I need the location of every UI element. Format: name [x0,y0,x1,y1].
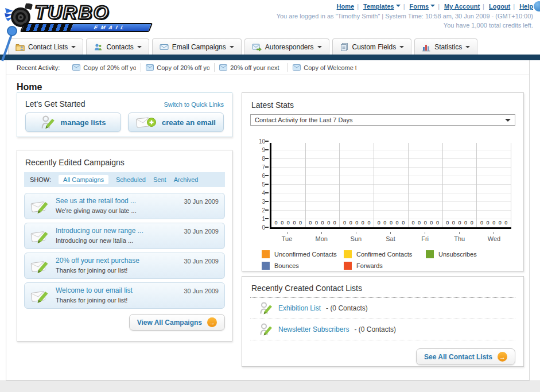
campaign-title-link[interactable]: 20% off your next purchase [56,256,139,266]
nav-logout-link[interactable]: Logout [489,3,510,10]
chart-y-tick [265,192,269,193]
legend-swatch [344,250,352,258]
chart-y-tick-label: 10 [254,138,265,145]
campaign-title-link[interactable]: Welcome to our email list [56,286,133,296]
chart-y-tick [265,209,269,211]
contact-list-link[interactable]: Exhibition List [278,304,321,312]
tab-label: Custom Fields [352,43,397,51]
chart-y-tick [265,175,269,176]
chevron-down-icon [396,5,401,9]
chart-y-tick-label: 7 [254,164,265,170]
contact-list-item[interactable]: Newsletter Subscribers - (0 Contacts) [250,319,515,340]
contact-list-item[interactable]: Exhibition List - (0 Contacts) [250,298,515,319]
campaign-subtitle: Thanks for joining our list! [56,296,133,305]
chart-x-label: Sat [373,232,407,242]
nav-home-link[interactable]: Home [337,3,355,10]
envelope-icon [293,64,301,71]
envelope-icon [72,64,80,71]
legend-swatch [426,250,434,258]
create-email-button[interactable]: create an email [128,112,224,132]
recent-activity-item[interactable]: Copy of Welcome to [288,63,361,72]
nav-my-account-link[interactable]: My Account [444,3,480,10]
chart-y-tick-label: 0 [254,224,265,231]
campaign-row[interactable]: Introducing our new range ...Introducing… [24,223,225,249]
campaign-date: 30 Jun 2009 [184,255,219,265]
filter-sent[interactable]: Sent [153,176,166,183]
campaign-row[interactable]: 20% off your next purchaseThanks for joi… [24,253,225,279]
contact-lists-panel: Recently Created Contact Lists Exhibitio… [242,276,524,367]
legend-label: Unconfirmed Contacts [274,251,337,258]
arrow-right-icon: → [498,352,507,362]
tab-label: Contacts [106,43,133,51]
campaign-row[interactable]: See us at the retail food ...We're givin… [24,193,225,219]
campaign-title-link[interactable]: See us at the retail food ... [56,196,137,206]
chart-y-tick [265,227,269,228]
person-pencil-icon [259,322,273,337]
see-all-contact-lists-button[interactable]: See All Contact Lists → [416,348,515,365]
view-all-campaigns-button[interactable]: View All Campaigns → [129,314,225,331]
tab-label: Autoresponders [265,43,314,51]
chart-y-tick-label: 1 [254,216,265,222]
chart-y-tick [265,201,269,202]
contact-activity-chart: 012345678910 000000000000000000000000000… [270,143,511,242]
legend-item: Bounces [262,262,344,270]
legend-item: Forwards [344,262,426,270]
contacts-icon [94,42,103,52]
legend-swatch [262,250,270,258]
tab-custom-fields[interactable]: Custom Fields [332,38,412,55]
legend-label: Confirmed Contacts [356,251,412,258]
recent-activity-bar: Recent Activity: Copy of 20% off yo Copy… [6,60,529,75]
top-nav: Home| Templates| Forms| My Account| Logo… [337,3,533,10]
tab-statistics[interactable]: Statistics [414,38,477,55]
help-bubble-icon[interactable] [534,1,540,11]
chart-y-tick-label: 4 [254,190,265,196]
chevron-down-icon [71,46,76,51]
envelope-icon [146,64,154,71]
chevron-down-icon [465,46,470,51]
arrow-right-icon: → [207,317,217,327]
stats-report-dropdown[interactable]: Contact Activity for the Last 7 Days [250,114,515,126]
contact-list-count: - (0 Contacts) [326,304,368,312]
chart-y-tick-label: 9 [254,147,265,153]
chart-y-tick [265,158,269,159]
switch-quick-links[interactable]: Switch to Quick Links [164,101,224,108]
chart-y-tick-label: 8 [254,156,265,162]
manage-lists-button[interactable]: manage lists [25,112,121,132]
filter-scheduled[interactable]: Scheduled [116,176,146,183]
tab-autoresponders[interactable]: Autoresponders [244,38,329,55]
filter-archived[interactable]: Archived [174,176,199,183]
nav-templates-link[interactable]: Templates [363,3,394,10]
credits-status: You have 1,000 total credits left. [277,21,533,30]
tab-contacts[interactable]: Contacts [86,38,149,55]
envelope-pencil-icon [30,258,51,274]
chart-y-tick [265,218,269,219]
tab-email-campaigns[interactable]: Email Campaigns [152,38,242,55]
campaign-row[interactable]: Welcome to our email listThanks for join… [24,282,225,309]
get-started-panel: Let's Get Started Switch to Quick Links … [17,92,232,137]
person-pencil-icon [259,301,273,316]
nav-forms-link[interactable]: Forms [410,3,429,10]
campaign-title-link[interactable]: Introducing our new range ... [56,226,143,236]
header: TURBO EMAIL Home| Templates| Forms| My A… [0,0,540,38]
recent-activity-item[interactable]: 20% off your next [215,63,288,72]
turbo-email-logo: TURBO EMAIL [5,2,148,34]
nav-help-link[interactable]: Help [519,3,533,10]
navy-divider-bar [0,55,540,60]
recent-activity-item[interactable]: Copy of 20% off yo [68,63,141,72]
stats-chart-yaxis: 012345678910 [270,143,511,229]
contact-list-link[interactable]: Newsletter Subscribers [278,325,349,333]
recent-activity-item[interactable]: Copy of 20% off yo [141,63,215,72]
logo-title: TURBO [34,1,110,24]
stats-dropdown-value: Contact Activity for the Last 7 Days [255,117,353,123]
chevron-down-icon [137,46,142,51]
contact-lists-title: Recently Created Contact Lists [242,277,523,297]
chart-y-tick-label: 2 [254,207,265,214]
latest-stats-title: Latest Stats [242,93,523,114]
filter-all-campaigns[interactable]: All Campaigns [59,175,108,184]
campaign-subtitle: We're giving away our late ... [56,207,137,216]
legend-item: Unsubscribes [426,250,508,258]
envelope-icon [160,42,169,52]
chevron-down-icon [399,46,404,51]
pages-icon [340,42,349,52]
page-title: Home [17,82,529,92]
